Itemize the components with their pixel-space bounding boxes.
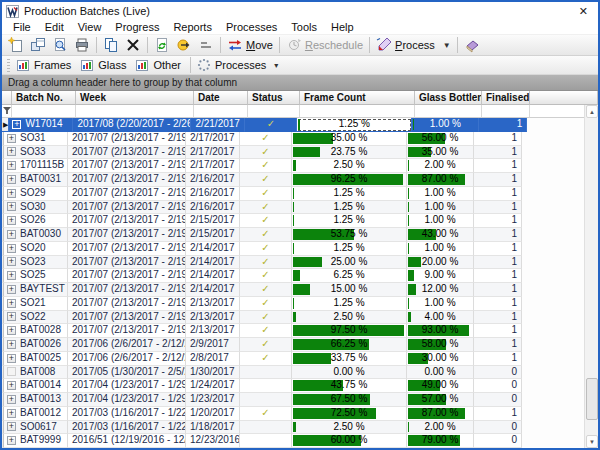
week-cell[interactable]: 2017/04 (1/23/2017 - 1/29/2017) <box>68 379 186 393</box>
glass-bottleneck-cell[interactable]: 12.00 % <box>407 283 474 297</box>
batch-no-cell[interactable]: + BAT0014 <box>4 379 68 393</box>
expand-row-button[interactable]: + <box>7 354 16 363</box>
batch-no-cell[interactable]: + SO22 <box>4 311 68 325</box>
glass-bottleneck-cell[interactable]: 87.00 % <box>407 407 474 421</box>
filter-input-status[interactable] <box>248 105 300 118</box>
finalised-cell[interactable]: 1 <box>474 311 522 325</box>
status-check-cell[interactable]: ✓ <box>240 269 292 283</box>
finalised-cell[interactable]: 1 <box>474 201 522 215</box>
column-header-date[interactable]: Date <box>194 91 248 105</box>
status-check-cell[interactable]: ✓ <box>240 201 292 215</box>
expand-row-button[interactable] <box>7 367 16 376</box>
finalised-cell[interactable]: 1 <box>474 297 522 311</box>
batch-no-cell[interactable]: + SO20 <box>4 242 68 256</box>
status-check-cell[interactable]: ✓ <box>240 242 292 256</box>
expand-row-button[interactable]: + <box>7 436 16 445</box>
week-cell[interactable]: 2017/05 (1/30/2017 - 2/5/2017) <box>68 366 186 380</box>
expand-row-button[interactable]: + <box>7 271 16 280</box>
finalised-cell[interactable]: 1 <box>474 283 522 297</box>
week-cell[interactable]: 2017/03 (1/16/2017 - 1/22/2017) <box>68 407 186 421</box>
status-check-cell[interactable]: ✓ <box>240 407 292 421</box>
table-row[interactable]: + BAT9999 2016/51 (12/19/2016 - 12/25/20… <box>2 434 584 448</box>
finalised-cell[interactable]: 1 <box>474 187 522 201</box>
batch-no-cell[interactable]: + SO30 <box>4 201 68 215</box>
status-check-cell[interactable]: ✓ <box>240 228 292 242</box>
week-cell[interactable]: 2017/07 (2/13/2017 - 2/19/2017) <box>68 159 186 173</box>
glass-bottleneck-cell[interactable]: 1.00 % <box>407 201 474 215</box>
week-cell[interactable]: 2017/07 (2/13/2017 - 2/19/2017) <box>68 146 186 160</box>
frame-count-cell[interactable]: 1.25 % <box>292 297 407 311</box>
finalised-cell[interactable]: 1 <box>479 118 527 132</box>
table-row[interactable]: + SO23 2017/07 (2/13/2017 - 2/19/2017) 2… <box>2 256 584 270</box>
frame-count-cell[interactable]: 2.50 % <box>292 421 407 435</box>
batch-no-cell[interactable]: + SO23 <box>4 256 68 270</box>
batch-no-cell[interactable]: + BAT0013 <box>4 393 68 407</box>
date-cell[interactable]: 2/14/2017 <box>186 269 240 283</box>
table-row[interactable]: + BAT0031 2017/07 (2/13/2017 - 2/19/2017… <box>2 173 584 187</box>
eraser-button[interactable] <box>461 36 483 54</box>
week-cell[interactable]: 2017/07 (2/13/2017 - 2/19/2017) <box>68 283 186 297</box>
column-header-batch-no[interactable]: Batch No. <box>12 91 76 105</box>
move-button[interactable]: Move <box>224 36 276 54</box>
frame-count-cell[interactable]: 53.75 % <box>292 228 407 242</box>
toolbar-grip[interactable] <box>7 59 10 72</box>
expand-row-button[interactable]: + <box>12 120 21 129</box>
table-row[interactable]: + SO25 2017/07 (2/13/2017 - 2/19/2017) 2… <box>2 269 584 283</box>
finalised-cell[interactable]: 0 <box>474 421 522 435</box>
table-row[interactable]: ▶ + W17014 2017/08 (2/20/2017 - 2/26/201… <box>2 118 584 132</box>
batch-no-cell[interactable]: + W17014 <box>9 118 73 132</box>
table-row[interactable]: + SO20 2017/07 (2/13/2017 - 2/19/2017) 2… <box>2 242 584 256</box>
processes-dropdown-arrow[interactable]: ▾ <box>274 61 278 70</box>
frame-count-cell[interactable]: 72.50 % <box>292 407 407 421</box>
delete-button[interactable] <box>122 36 144 54</box>
column-header-frame-count[interactable]: Frame Count <box>300 91 415 105</box>
week-cell[interactable]: 2017/07 (2/13/2017 - 2/19/2017) <box>68 269 186 283</box>
refresh-button[interactable] <box>151 36 173 54</box>
glass-bottleneck-cell[interactable]: 49.00 % <box>407 379 474 393</box>
glass-bottleneck-cell[interactable]: 1.00 % <box>407 214 474 228</box>
date-cell[interactable]: 2/17/2017 <box>186 159 240 173</box>
filter-input-week[interactable] <box>76 105 194 118</box>
status-check-cell[interactable]: ✓ <box>240 173 292 187</box>
status-check-cell[interactable]: ✓ <box>240 214 292 228</box>
table-row[interactable]: + SO31 2017/07 (2/13/2017 - 2/19/2017) 2… <box>2 132 584 146</box>
glass-bottleneck-cell[interactable]: 2.00 % <box>407 159 474 173</box>
glass-bottleneck-cell[interactable]: 1.00 % <box>412 118 479 132</box>
glass-bottleneck-cell[interactable]: 35.00 % <box>407 146 474 160</box>
status-check-cell[interactable] <box>240 366 292 380</box>
week-cell[interactable]: 2017/07 (2/13/2017 - 2/19/2017) <box>68 173 186 187</box>
status-check-cell[interactable]: ✓ <box>240 311 292 325</box>
week-cell[interactable]: 2017/07 (2/13/2017 - 2/19/2017) <box>68 242 186 256</box>
week-cell[interactable]: 2017/07 (2/13/2017 - 2/19/2017) <box>68 201 186 215</box>
week-cell[interactable]: 2017/06 (2/6/2017 - 2/12/2017) <box>68 352 186 366</box>
week-cell[interactable]: 2017/07 (2/13/2017 - 2/19/2017) <box>68 214 186 228</box>
expand-row-button[interactable]: + <box>7 161 16 170</box>
table-row[interactable]: + BAT0014 2017/04 (1/23/2017 - 1/29/2017… <box>2 379 584 393</box>
week-cell[interactable]: 2017/07 (2/13/2017 - 2/19/2017) <box>68 256 186 270</box>
status-check-cell[interactable] <box>240 379 292 393</box>
batch-no-cell[interactable]: + 1701115B <box>4 159 68 173</box>
expand-row-button[interactable]: + <box>7 409 16 418</box>
glass-bottleneck-cell[interactable]: 9.00 % <box>407 269 474 283</box>
table-row[interactable]: + BAT0025 2017/06 (2/6/2017 - 2/12/2017)… <box>2 352 584 366</box>
jump-to-button[interactable] <box>173 36 195 54</box>
date-cell[interactable]: 2/15/2017 <box>186 214 240 228</box>
finalised-cell[interactable]: 1 <box>474 132 522 146</box>
table-row[interactable]: + BAT0030 2017/07 (2/13/2017 - 2/19/2017… <box>2 228 584 242</box>
table-row[interactable]: + SO29 2017/07 (2/13/2017 - 2/19/2017) 2… <box>2 187 584 201</box>
frame-count-cell[interactable]: 2.50 % <box>292 311 407 325</box>
close-button[interactable]: ✕ <box>573 5 594 18</box>
week-cell[interactable]: 2017/07 (2/13/2017 - 2/19/2017) <box>68 297 186 311</box>
status-check-cell[interactable]: ✓ <box>240 256 292 270</box>
expand-row-button[interactable]: + <box>7 216 16 225</box>
table-row[interactable]: + SO30 2017/07 (2/13/2017 - 2/19/2017) 2… <box>2 201 584 215</box>
table-row[interactable]: + 1701115B 2017/07 (2/13/2017 - 2/19/201… <box>2 159 584 173</box>
expand-row-button[interactable]: + <box>7 147 16 156</box>
frame-count-cell[interactable]: 0.00 % <box>292 366 407 380</box>
batch-no-cell[interactable]: + BAT0031 <box>4 173 68 187</box>
table-row[interactable]: + BAT0026 2017/06 (2/6/2017 - 2/12/2017)… <box>2 338 584 352</box>
glass-bottleneck-cell[interactable]: 1.00 % <box>407 297 474 311</box>
batch-no-cell[interactable]: + SO31 <box>4 132 68 146</box>
frame-count-cell[interactable]: 67.50 % <box>292 393 407 407</box>
batch-no-cell[interactable]: + SO29 <box>4 187 68 201</box>
